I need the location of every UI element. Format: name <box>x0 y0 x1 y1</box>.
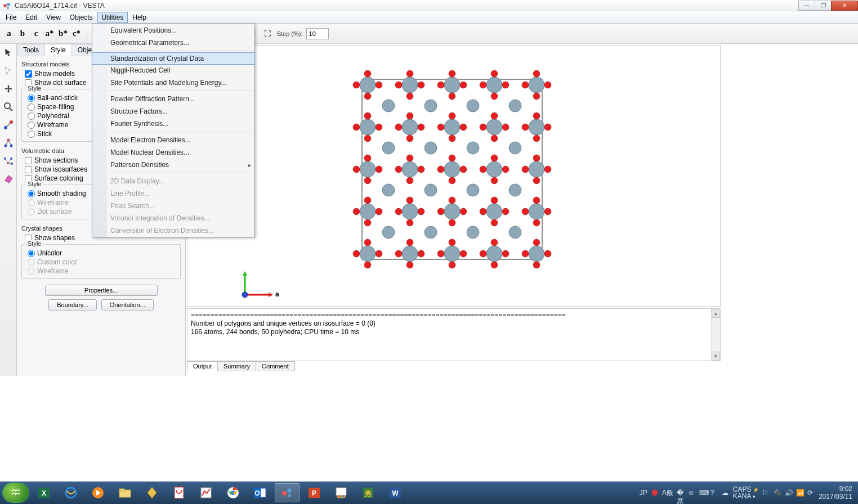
menu-utilities[interactable]: Utilities <box>97 12 128 23</box>
scrollbar[interactable]: ▴ ▾ <box>711 309 720 361</box>
task-app2-icon[interactable]: 秀 <box>356 483 381 502</box>
minimize-button[interactable]: — <box>798 1 815 11</box>
task-powerpoint-icon[interactable]: P <box>302 483 327 502</box>
svg-point-221 <box>418 208 424 215</box>
tray-lang[interactable]: JP <box>640 489 647 497</box>
axis-bstar[interactable]: b* <box>56 27 70 40</box>
crystal-structure <box>339 57 565 282</box>
dihedral-icon[interactable] <box>2 154 15 168</box>
menu-edit[interactable]: Edit <box>21 12 42 23</box>
tab-tools[interactable]: Tools <box>17 44 45 56</box>
fit-icon[interactable]: ⛶ <box>261 28 274 40</box>
distance-icon[interactable] <box>2 118 15 132</box>
start-button[interactable] <box>2 483 29 503</box>
tray-ime-icon1[interactable]: �席 <box>677 489 685 497</box>
axis-a[interactable]: a <box>2 27 16 40</box>
svg-point-126 <box>382 142 395 154</box>
tray-shield-icon[interactable] <box>651 489 659 497</box>
lasso-icon[interactable] <box>2 64 15 78</box>
scroll-down-icon[interactable]: ▾ <box>712 352 720 361</box>
svg-rect-282 <box>336 488 346 496</box>
step-pct-input[interactable] <box>306 28 329 39</box>
tray-sync-icon[interactable]: ⟳ <box>807 489 815 497</box>
task-chrome-icon[interactable] <box>221 483 245 502</box>
axis-astar[interactable]: a* <box>43 27 56 40</box>
menu-item-niggli-reduced-cell[interactable]: Niggli-Reduced Cell <box>92 64 254 76</box>
menu-item-powder-diffraction-pattern[interactable]: Powder Diffraction Pattern... <box>92 93 254 105</box>
task-app1-icon[interactable] <box>140 483 164 502</box>
svg-point-146 <box>424 226 437 238</box>
task-graph-icon[interactable] <box>194 483 218 502</box>
properties-button[interactable]: Properties... <box>45 285 158 296</box>
svg-point-181 <box>418 124 424 130</box>
radio-unicolor[interactable]: Unicolor <box>28 249 177 257</box>
menu-item-voronoi-integration-of-densities: Voronoi Integration of Densities... <box>92 212 254 224</box>
bottom-tab-output[interactable]: Output <box>187 361 218 371</box>
svg-text:X: X <box>42 489 46 497</box>
menu-item-equivalent-positions[interactable]: Equivalent Positions... <box>92 24 254 37</box>
tray-volume-icon[interactable]: 🔊 <box>785 489 793 497</box>
tray-ime[interactable]: A般 <box>662 488 673 498</box>
task-vesta-icon[interactable] <box>275 483 300 502</box>
svg-point-237 <box>376 250 382 257</box>
svg-text:P: P <box>312 489 316 497</box>
3d-viewport[interactable]: a <box>187 45 721 307</box>
menu-item-model-electron-densities[interactable]: Model Electron Densities... <box>92 134 254 146</box>
boundary-button[interactable]: Boundary... <box>48 299 96 310</box>
tab-style[interactable]: Style <box>44 44 72 56</box>
bottom-tab-summary[interactable]: Summary <box>217 361 256 371</box>
axis-b[interactable]: b <box>16 27 29 40</box>
plane-icon[interactable] <box>2 172 15 186</box>
menu-file[interactable]: File <box>1 12 21 23</box>
axis-cstar[interactable]: c* <box>70 27 83 40</box>
task-paint-icon[interactable] <box>329 483 354 502</box>
svg-point-127 <box>402 119 418 135</box>
svg-point-194 <box>522 124 529 130</box>
task-media-icon[interactable] <box>86 483 110 502</box>
tray-help-icon[interactable]: ? <box>710 489 718 497</box>
menu-objects[interactable]: Objects <box>65 12 97 23</box>
tray-wifi-icon[interactable]: 📶 <box>796 489 804 497</box>
axis-c[interactable]: c <box>29 27 43 40</box>
tray-flag-icon[interactable]: ⚐ <box>762 489 770 497</box>
pointer-icon[interactable] <box>2 46 15 60</box>
maximize-button[interactable]: ❐ <box>815 1 832 11</box>
svg-point-220 <box>364 197 371 204</box>
tray-clock[interactable]: 9:02 2017/03/11 <box>819 485 852 501</box>
scroll-up-icon[interactable]: ▴ <box>712 309 720 318</box>
svg-point-137 <box>424 184 437 196</box>
tray-ime-icon3[interactable]: ⌨ <box>699 489 707 497</box>
close-button[interactable]: ✕ <box>831 1 858 11</box>
task-word-icon[interactable]: W <box>383 483 408 502</box>
task-explorer-icon[interactable] <box>113 483 137 502</box>
menu-item-site-potentials-and-madelung-energy[interactable]: Site Potentials and Madelung Energy... <box>92 76 254 89</box>
svg-point-143 <box>360 204 376 219</box>
menu-item-standardization-of-crystal-data[interactable]: Standardization of Crystal Data <box>92 52 255 65</box>
move-icon[interactable] <box>2 82 15 96</box>
tray-ime-icon2[interactable]: ☺ <box>688 489 696 497</box>
crystal-style-group: Style UnicolorCustom colorWireframe <box>21 244 181 279</box>
bottom-tab-comment[interactable]: Comment <box>256 361 295 371</box>
svg-point-207 <box>449 177 455 184</box>
menu-item-structure-factors[interactable]: Structure Factors... <box>92 105 254 118</box>
task-outlook-icon[interactable]: O <box>248 483 272 502</box>
task-excel-icon[interactable]: X <box>32 483 56 502</box>
magnify-icon[interactable] <box>2 100 15 114</box>
menu-help[interactable]: Help <box>128 12 151 23</box>
orientation-button[interactable]: Orientation... <box>101 299 154 310</box>
menu-item-patterson-densities[interactable]: Patterson Densities <box>92 159 254 171</box>
tray-cloud-icon[interactable]: ☁ <box>722 489 730 497</box>
menu-item-geometrical-parameters[interactable]: Geometrical Parameters... <box>92 37 254 49</box>
menu-item-model-nuclear-densities[interactable]: Model Nuclear Densities... <box>92 146 254 159</box>
menu-view[interactable]: View <box>42 12 65 23</box>
task-ie-icon[interactable] <box>59 483 83 502</box>
tray-caps-kana[interactable]: CAPS ⚡KANA ▾ <box>733 486 759 500</box>
menu-item-peak-search: Peak Search... <box>92 200 254 212</box>
svg-point-211 <box>491 177 498 184</box>
menu-item-fourier-synthesis[interactable]: Fourier Synthesis... <box>92 118 254 130</box>
svg-point-230 <box>480 208 486 215</box>
svg-point-255 <box>533 262 540 268</box>
task-pdf-icon[interactable] <box>167 483 191 502</box>
angle-icon[interactable] <box>2 136 15 150</box>
tray-power-icon[interactable]: 🔌 <box>774 489 781 497</box>
